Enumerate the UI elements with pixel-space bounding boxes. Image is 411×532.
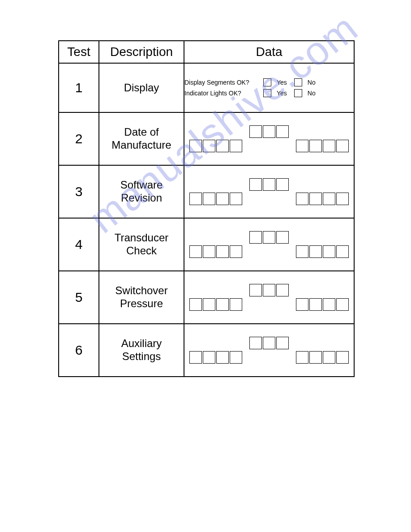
- box-group: [249, 231, 289, 244]
- entry-box[interactable]: [263, 178, 275, 191]
- entry-box[interactable]: [323, 298, 335, 311]
- entry-box[interactable]: [296, 245, 308, 258]
- checkbox-yes[interactable]: [263, 78, 271, 86]
- entry-box[interactable]: [263, 125, 275, 138]
- entry-box[interactable]: [249, 125, 262, 138]
- entry-box[interactable]: [309, 245, 322, 258]
- yesno-row: Display Segments OK?YesNo: [184, 78, 354, 86]
- box-group: [249, 125, 289, 138]
- boxes-bottom: [184, 298, 354, 311]
- entry-box[interactable]: [276, 284, 289, 296]
- entry-box[interactable]: [276, 125, 289, 138]
- test-description: SwitchoverPressure: [99, 271, 184, 324]
- table-row: 6AuxiliarySettings: [59, 324, 354, 377]
- entry-box[interactable]: [216, 193, 229, 205]
- entry-box[interactable]: [189, 245, 202, 258]
- test-number: 4: [59, 218, 99, 271]
- table-row: 5SwitchoverPressure: [59, 271, 354, 324]
- entry-box[interactable]: [216, 245, 229, 258]
- entry-box[interactable]: [336, 298, 349, 311]
- entry-box[interactable]: [276, 178, 289, 191]
- entry-box[interactable]: [276, 231, 289, 244]
- entry-box[interactable]: [189, 193, 202, 205]
- header-test: Test: [59, 41, 99, 63]
- entry-box[interactable]: [203, 140, 215, 152]
- test-description: AuxiliarySettings: [99, 324, 184, 377]
- entry-box[interactable]: [309, 193, 322, 205]
- entry-box[interactable]: [296, 298, 308, 311]
- table-row: 1DisplayDisplay Segments OK?YesNoIndicat…: [59, 63, 354, 112]
- box-group: [249, 337, 289, 349]
- test-data: [184, 218, 354, 271]
- checkbox-yes[interactable]: [263, 89, 271, 97]
- entry-box[interactable]: [216, 351, 229, 364]
- entry-box[interactable]: [336, 245, 349, 258]
- table-row: 4TransducerCheck: [59, 218, 354, 271]
- entry-box[interactable]: [230, 351, 242, 364]
- yesno-label: Display Segments OK?: [184, 79, 256, 86]
- box-group: [295, 351, 349, 364]
- table-header-row: Test Description Data: [59, 41, 354, 63]
- entry-box[interactable]: [336, 140, 349, 152]
- entry-box[interactable]: [296, 351, 308, 364]
- checkbox-no[interactable]: [294, 78, 302, 86]
- entry-box[interactable]: [189, 351, 202, 364]
- test-data: [184, 271, 354, 324]
- entry-box[interactable]: [276, 337, 289, 349]
- boxes-bottom: [184, 140, 354, 152]
- entry-box[interactable]: [230, 193, 242, 205]
- entry-box[interactable]: [216, 140, 229, 152]
- entry-box[interactable]: [309, 298, 322, 311]
- yes-label: Yes: [277, 79, 287, 86]
- box-group: [189, 193, 243, 205]
- entry-box[interactable]: [249, 178, 262, 191]
- test-number: 3: [59, 165, 99, 218]
- test-number: 6: [59, 324, 99, 377]
- entry-box[interactable]: [203, 351, 215, 364]
- box-group: [295, 298, 349, 311]
- test-number: 1: [59, 63, 99, 112]
- entry-box[interactable]: [323, 245, 335, 258]
- entry-box[interactable]: [323, 351, 335, 364]
- entry-box[interactable]: [189, 298, 202, 311]
- entry-box[interactable]: [336, 351, 349, 364]
- test-description: SoftwareRevision: [99, 165, 184, 218]
- test-number: 5: [59, 271, 99, 324]
- entry-box[interactable]: [263, 337, 275, 349]
- entry-box[interactable]: [230, 245, 242, 258]
- page: manualshive.com Test Description Data 1D…: [0, 0, 411, 532]
- entry-box[interactable]: [263, 284, 275, 296]
- boxes-bottom: [184, 351, 354, 364]
- entry-box[interactable]: [189, 140, 202, 152]
- entry-box[interactable]: [309, 351, 322, 364]
- entry-box[interactable]: [230, 140, 242, 152]
- no-label: No: [308, 79, 316, 86]
- entry-box[interactable]: [296, 140, 308, 152]
- test-data: [184, 324, 354, 377]
- box-group: [189, 245, 243, 258]
- entry-box[interactable]: [203, 193, 215, 205]
- checkbox-no[interactable]: [294, 89, 302, 97]
- entry-box[interactable]: [203, 245, 215, 258]
- test-description: Date ofManufacture: [99, 112, 184, 165]
- box-group: [189, 298, 243, 311]
- entry-box[interactable]: [203, 298, 215, 311]
- entry-box[interactable]: [249, 337, 262, 349]
- entry-box[interactable]: [309, 140, 322, 152]
- entry-box[interactable]: [323, 140, 335, 152]
- boxes-bottom: [184, 193, 354, 205]
- entry-box[interactable]: [263, 231, 275, 244]
- box-group: [249, 178, 289, 191]
- box-group: [249, 284, 289, 296]
- boxes-top: [184, 178, 354, 191]
- entry-box[interactable]: [323, 193, 335, 205]
- entry-box[interactable]: [249, 284, 262, 296]
- test-table: Test Description Data 1DisplayDisplay Se…: [58, 40, 355, 377]
- test-data: [184, 112, 354, 165]
- entry-box[interactable]: [216, 298, 229, 311]
- entry-box[interactable]: [296, 193, 308, 205]
- entry-box[interactable]: [336, 193, 349, 205]
- table-row: 2Date ofManufacture: [59, 112, 354, 165]
- entry-box[interactable]: [249, 231, 262, 244]
- entry-box[interactable]: [230, 298, 242, 311]
